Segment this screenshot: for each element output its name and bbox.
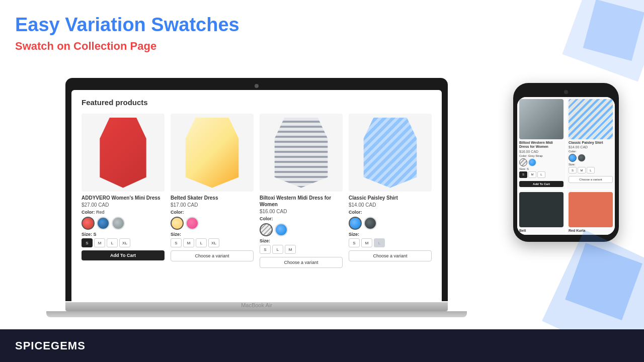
add-to-cart-btn-1[interactable]: Add To Cart xyxy=(82,250,165,260)
product-name-3: Biltoxi Western Midi Dress for Women xyxy=(260,195,343,208)
phone-swatch-1b[interactable] xyxy=(528,158,536,166)
size-m-2[interactable]: M xyxy=(183,238,194,247)
size-l-4[interactable]: L xyxy=(374,238,385,247)
size-m-3[interactable]: M xyxy=(285,245,296,254)
phone-swatch-2a[interactable] xyxy=(569,154,577,162)
phone-products-grid-top: Biltoxi Western Midi Dress for Women $16… xyxy=(517,97,615,189)
choose-variant-btn-2[interactable]: Choose a variant xyxy=(171,250,254,261)
swatch-blue-1[interactable] xyxy=(97,217,110,230)
phone-size-row-2: S M L xyxy=(569,167,613,173)
product-name-1: ADDYVERO Women's Mini Dress xyxy=(82,195,165,201)
phone-product-name-4: Red Kurta xyxy=(569,229,613,233)
phone-swatch-2b[interactable] xyxy=(578,154,586,162)
product-name-2: Belted Skater Dress xyxy=(171,195,254,201)
swatch-red-1[interactable] xyxy=(82,217,95,230)
size-l-3[interactable]: L xyxy=(272,245,283,254)
swatches-row-3 xyxy=(260,223,343,236)
product-name-4: Classic Paisley Shirt xyxy=(349,195,432,201)
product-image-3 xyxy=(260,114,343,192)
swatch-blue-3[interactable] xyxy=(275,223,288,236)
swatch-dark-4[interactable] xyxy=(364,217,377,230)
product-card-3: Biltoxi Western Midi Dress for Women $16… xyxy=(260,114,343,268)
phone-product-name-2: Classic Paisley Shirt xyxy=(569,141,613,145)
size-label-1: Size: S xyxy=(82,232,165,237)
product-card-4: Classic Paisley Shirt $14.00 CAD Color: … xyxy=(349,114,432,268)
phone-product-img-4 xyxy=(569,192,613,227)
size-s-3[interactable]: S xyxy=(260,245,271,254)
sizes-row-2: S M L XL xyxy=(171,238,254,247)
swatch-paisley-4[interactable] xyxy=(349,217,362,230)
size-label-3: Size: xyxy=(260,238,343,243)
phone-color-label-2: Color: xyxy=(569,150,613,153)
product-image-4 xyxy=(349,114,432,192)
phone-size-l-1[interactable]: L xyxy=(537,171,545,178)
phone-product-price-2: $14.00 CAD xyxy=(569,145,613,149)
size-s-4[interactable]: S xyxy=(349,238,360,247)
size-xl-1[interactable]: XL xyxy=(119,238,130,247)
phone-add-btn-1[interactable]: Add To Cart xyxy=(519,181,564,187)
featured-products-title: Featured products xyxy=(82,98,432,107)
product-price-2: $17.00 CAD xyxy=(171,202,254,208)
swatches-row-4 xyxy=(349,217,432,230)
size-s-2[interactable]: S xyxy=(171,238,182,247)
product-image-1 xyxy=(82,114,165,192)
swatch-stripe-3[interactable] xyxy=(260,223,273,236)
size-l-1[interactable]: L xyxy=(107,238,118,247)
phone-screen: Biltoxi Western Midi Dress for Women $16… xyxy=(517,97,615,235)
phone-swatches-2 xyxy=(569,154,613,162)
phone-swatches-1 xyxy=(519,158,564,166)
subtitle: Swatch on Collection Page xyxy=(15,40,629,53)
phone-size-m-1[interactable]: M xyxy=(528,171,536,178)
phone-product-4: Red Kurta xyxy=(567,190,615,235)
bottom-bar: SPICEGEMS xyxy=(0,329,644,362)
laptop-screen: Featured products ADDYVERO Women's Mini … xyxy=(71,90,442,301)
size-m-4[interactable]: M xyxy=(361,238,372,247)
spicegems-logo: SPICEGEMS xyxy=(15,339,86,352)
sizes-row-3: S L M xyxy=(260,245,343,254)
phone-product-1: Biltoxi Western Midi Dress for Women $16… xyxy=(517,97,566,189)
phone-products-grid-bottom: Belt Red Kurta xyxy=(517,190,615,235)
size-label-2: Size: xyxy=(171,232,254,237)
phone-size-l-2[interactable]: L xyxy=(587,167,595,173)
color-label-3: Color: xyxy=(260,216,343,221)
phone-size-row-1: S M L xyxy=(519,171,564,178)
swatch-grey-1[interactable] xyxy=(112,217,125,230)
product-price-3: $16.00 CAD xyxy=(260,209,343,214)
size-l-2[interactable]: L xyxy=(196,238,207,247)
choose-variant-btn-3[interactable]: Choose a variant xyxy=(260,257,343,268)
phone-product-img-3 xyxy=(519,192,564,227)
phone-product-2: Classic Paisley Shirt $14.00 CAD Color: … xyxy=(567,97,615,189)
header: Easy Variation Swatches Swatch on Collec… xyxy=(0,0,644,58)
size-m-1[interactable]: M xyxy=(94,238,105,247)
color-label-4: Color: xyxy=(349,210,432,215)
phone-product-name-1: Biltoxi Western Midi Dress for Women xyxy=(519,141,564,149)
sizes-row-1: S M L XL xyxy=(82,238,165,247)
sizes-row-4: S M L xyxy=(349,238,432,247)
phone-size-s-2[interactable]: S xyxy=(569,167,577,173)
phone-mockup: Biltoxi Western Midi Dress for Women $16… xyxy=(513,83,619,242)
phone-camera xyxy=(564,90,568,94)
product-card-2: Belted Skater Dress $17.00 CAD Color: Si… xyxy=(171,114,254,268)
choose-variant-btn-4[interactable]: Choose a variant xyxy=(349,250,432,261)
color-label-1: Color: Red xyxy=(82,210,165,215)
product-image-2 xyxy=(171,114,254,192)
phone-size-s-1[interactable]: S xyxy=(519,171,527,178)
laptop-camera xyxy=(255,84,259,88)
phone-size-label-1: Size: S xyxy=(519,167,564,170)
phone-swatch-1a[interactable] xyxy=(519,158,527,166)
laptop-base: MacBook Air xyxy=(65,302,448,311)
size-label-4: Size: xyxy=(349,232,432,237)
laptop-bottom xyxy=(46,311,467,317)
size-s-1[interactable]: S xyxy=(82,238,93,247)
phone-product-img-1 xyxy=(519,99,564,139)
swatch-cream-2[interactable] xyxy=(171,217,184,230)
phone-size-m-2[interactable]: M xyxy=(578,167,586,173)
size-xl-2[interactable]: XL xyxy=(208,238,219,247)
swatch-pink-2[interactable] xyxy=(186,217,199,230)
phone-size-label-2: Size: xyxy=(569,163,613,166)
products-grid: ADDYVERO Women's Mini Dress $27.00 CAD C… xyxy=(82,114,432,268)
phone-color-label-1: Color: Grey Strap xyxy=(519,154,564,157)
swatches-row-2 xyxy=(171,217,254,230)
color-label-2: Color: xyxy=(171,210,254,215)
phone-choose-btn-2[interactable]: Choose a variant xyxy=(569,176,613,183)
